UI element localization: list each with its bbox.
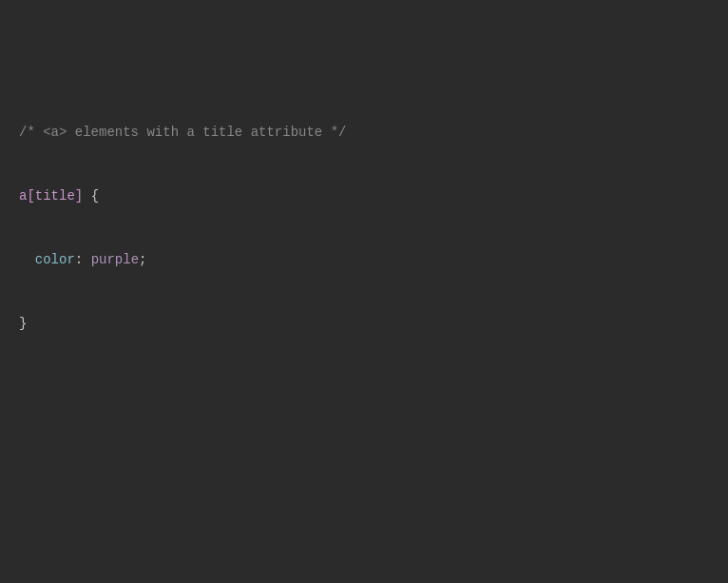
comment-1: /* <a> elements with a title attribute *…	[19, 122, 709, 143]
brace-close-1: }	[19, 313, 709, 334]
section-1: /* <a> elements with a title attribute *…	[19, 79, 709, 377]
code-editor: /* <a> elements with a title attribute *…	[19, 15, 709, 583]
section-2: /* <a> elements with an href matching "h…	[19, 552, 709, 583]
selector-1: a[title] {	[19, 185, 709, 206]
property-1: color: purple;	[19, 249, 709, 270]
